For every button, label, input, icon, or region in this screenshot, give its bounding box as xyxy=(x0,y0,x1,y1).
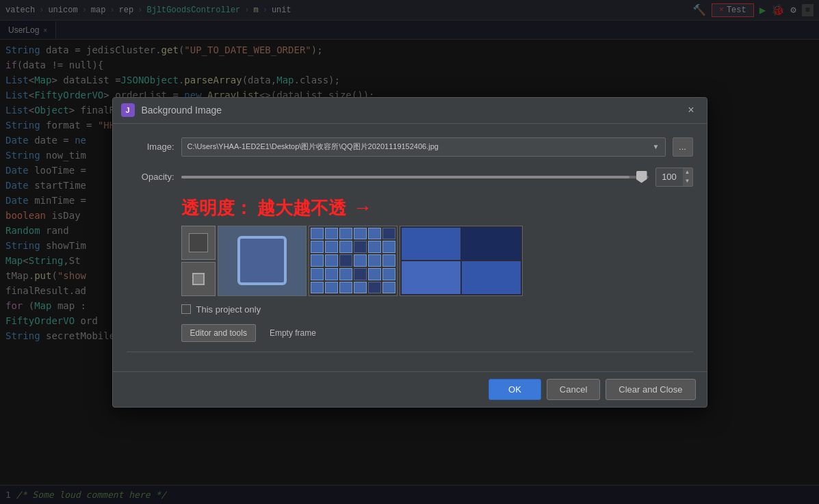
image-row: Image: C:\Users\YHAA-1ED2E1\Desktop\图片收容… xyxy=(127,137,693,157)
dialog-app-icon: J xyxy=(121,103,135,117)
slider-fill xyxy=(181,176,630,178)
preview-right xyxy=(400,226,523,296)
opacity-slider[interactable] xyxy=(181,170,649,184)
browse-button[interactable]: ... xyxy=(673,137,693,157)
separator xyxy=(127,352,693,352)
preview-checker-grid xyxy=(309,226,398,296)
editor-tools-button[interactable]: Editor and tools xyxy=(181,324,256,342)
dialog-titlebar: J Background Image × xyxy=(113,98,707,124)
arrow-right-icon: → xyxy=(353,197,372,219)
preview-sm-1 xyxy=(181,226,216,260)
image-label: Image: xyxy=(127,142,174,152)
dialog-footer: OK Cancel Clear and Close xyxy=(113,371,707,407)
clear-close-button[interactable]: Clear and Close xyxy=(606,379,695,400)
opacity-decrement-btn[interactable]: ▼ xyxy=(683,177,692,186)
opacity-value: 100 xyxy=(656,172,683,182)
preview-image xyxy=(218,226,307,296)
image-path-value: C:\Users\YHAA-1ED2E1\Desktop\图片收容所\QQ图片2… xyxy=(187,142,439,152)
annotation-area: 透明度： 越大越不透 → xyxy=(127,196,693,220)
editor-buttons-row: Editor and tools Empty frame xyxy=(127,324,693,342)
checkbox-row: This project only xyxy=(127,304,693,315)
dropdown-arrow-icon: ▼ xyxy=(653,143,660,150)
dialog-body: Image: C:\Users\YHAA-1ED2E1\Desktop\图片收容… xyxy=(113,124,707,371)
preview-sm-2 xyxy=(181,262,216,296)
ok-button[interactable]: OK xyxy=(489,379,541,400)
cancel-button[interactable]: Cancel xyxy=(547,379,600,400)
annotation-text: 透明度： 越大越不透 xyxy=(181,196,346,220)
slider-track xyxy=(181,176,649,178)
modal-overlay: J Background Image × Image: C:\Users\YHA… xyxy=(0,0,819,504)
opacity-stepper[interactable]: ▲ ▼ xyxy=(683,168,692,186)
dialog-close-btn[interactable]: × xyxy=(684,101,698,119)
preview-area xyxy=(127,226,693,296)
slider-thumb[interactable] xyxy=(636,171,647,183)
dialog-title: Background Image xyxy=(142,105,684,116)
preview-image-inner xyxy=(237,236,287,285)
checkbox-label: This project only xyxy=(196,304,261,315)
opacity-label: Opacity: xyxy=(127,172,174,182)
background-image-dialog: J Background Image × Image: C:\Users\YHA… xyxy=(112,97,707,408)
opacity-input[interactable]: 100 ▲ ▼ xyxy=(655,168,693,187)
small-previews xyxy=(181,226,216,296)
opacity-row: Opacity: 100 ▲ ▼ xyxy=(127,168,693,187)
opacity-increment-btn[interactable]: ▲ xyxy=(683,168,692,177)
image-path-dropdown[interactable]: C:\Users\YHAA-1ED2E1\Desktop\图片收容所\QQ图片2… xyxy=(181,137,666,157)
project-only-checkbox[interactable] xyxy=(181,304,191,314)
empty-frame-button[interactable]: Empty frame xyxy=(261,324,324,342)
